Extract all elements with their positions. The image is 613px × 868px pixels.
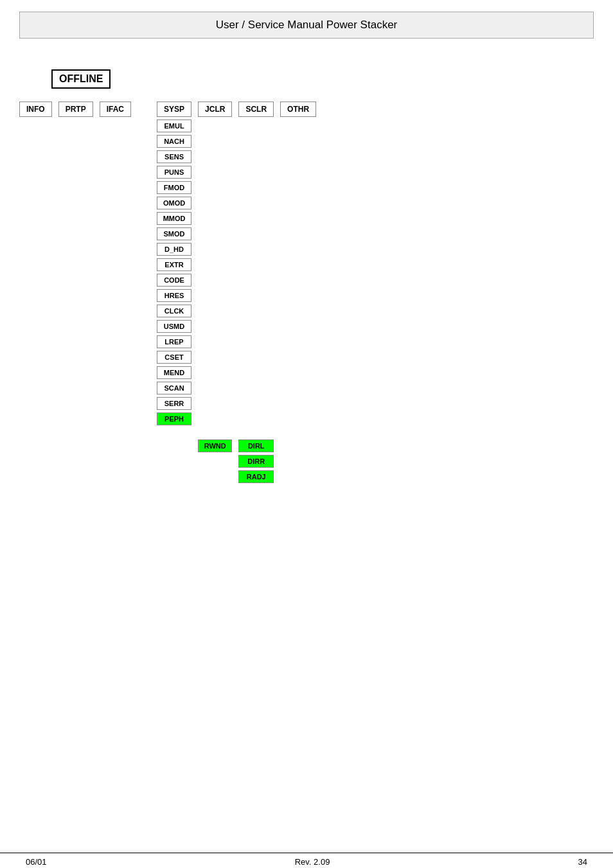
nav-sysp[interactable]: SYSP (157, 102, 191, 117)
menu-mmod[interactable]: MMOD (157, 212, 191, 225)
nav-prtp[interactable]: PRTP (58, 102, 93, 117)
footer-right: 34 (578, 857, 587, 867)
page-container: User / Service Manual Power Stacker OFFL… (0, 12, 613, 868)
menu-serr[interactable]: SERR (157, 397, 191, 410)
nav-jclr[interactable]: JCLR (198, 102, 232, 117)
menu-nach[interactable]: NACH (157, 135, 191, 148)
submenu-dirl[interactable]: DIRL (238, 439, 274, 452)
menu-clck[interactable]: CLCK (157, 305, 191, 317)
menu-cset[interactable]: CSET (157, 351, 191, 364)
menu-usmd[interactable]: USMD (157, 320, 191, 333)
menu-smod[interactable]: SMOD (157, 227, 191, 240)
footer-left: 06/01 (26, 857, 47, 867)
menu-fmod[interactable]: FMOD (157, 181, 191, 194)
menu-scan[interactable]: SCAN (157, 382, 191, 394)
menu-code[interactable]: CODE (157, 274, 191, 287)
menu-emul[interactable]: EMUL (157, 120, 191, 132)
menu-d_hd[interactable]: D_HD (157, 243, 191, 256)
menu-puns[interactable]: PUNS (157, 166, 191, 179)
nav-ifac[interactable]: IFAC (100, 102, 131, 117)
footer: 06/01 Rev. 2.09 34 (0, 853, 613, 867)
offline-badge: OFFLINE (51, 69, 111, 89)
menu-mend[interactable]: MEND (157, 366, 191, 379)
nav-sclr[interactable]: SCLR (238, 102, 274, 117)
menu-lrep[interactable]: LREP (157, 335, 191, 348)
menu-peph[interactable]: PEPH (157, 412, 191, 425)
nav-info[interactable]: INFO (19, 102, 52, 117)
submenu-radj[interactable]: RADJ (238, 470, 274, 483)
footer-center: Rev. 2.09 (295, 857, 330, 867)
menu-sens[interactable]: SENS (157, 150, 191, 163)
submenu-dirr[interactable]: DIRR (238, 455, 274, 468)
menu-omod[interactable]: OMOD (157, 197, 191, 209)
header-title: User / Service Manual Power Stacker (216, 19, 398, 31)
menu-hres[interactable]: HRES (157, 289, 191, 302)
header: User / Service Manual Power Stacker (19, 12, 594, 39)
menu-extr[interactable]: EXTR (157, 258, 191, 271)
nav-othr[interactable]: OTHR (280, 102, 316, 117)
submenu-rwnd[interactable]: RWND (198, 439, 232, 452)
